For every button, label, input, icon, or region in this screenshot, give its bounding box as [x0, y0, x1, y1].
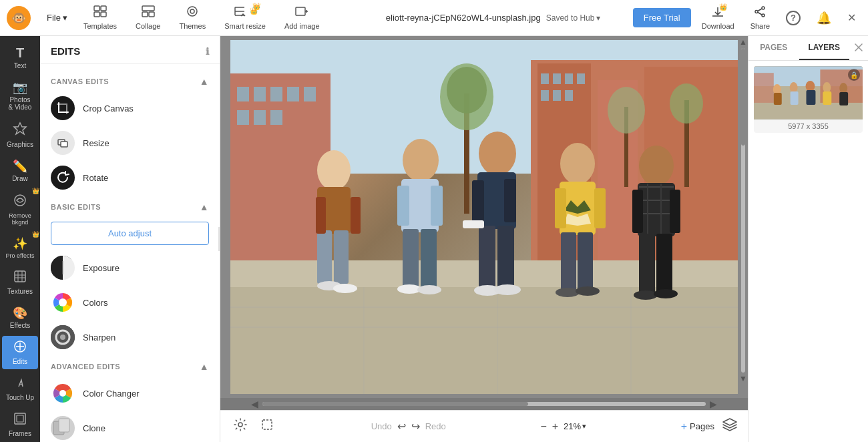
right-panel-close[interactable] — [849, 37, 868, 59]
help-icon: ? — [786, 11, 801, 25]
undo-icon-button[interactable]: ↩ — [397, 420, 406, 433]
share-button[interactable]: Share — [745, 3, 775, 33]
settings-button[interactable] — [231, 415, 250, 437]
notifications-button[interactable]: 🔔 — [811, 8, 837, 28]
thumbnail-dimensions: 5977 x 3355 — [754, 120, 863, 133]
vert-scroll-thumb[interactable] — [741, 48, 745, 146]
sidebar-item-remove-bkgnd[interactable]: 👑 Remove bkgnd — [2, 189, 38, 230]
free-trial-button[interactable]: Free Trial — [633, 8, 691, 27]
sidebar-item-edits[interactable]: Edits — [2, 336, 38, 369]
exposure-item[interactable]: Exposure — [40, 250, 220, 285]
svg-rect-34 — [63, 256, 75, 280]
sidebar-text-label: Text — [14, 62, 26, 69]
advanced-edits-header: ADVANCED EDITS ▲ — [40, 355, 220, 376]
photos-icon: 📷 — [13, 80, 27, 95]
sidebar-item-touch-up[interactable]: Touch Up — [2, 372, 38, 405]
colors-item[interactable]: Colors — [40, 285, 220, 320]
svg-point-58 — [447, 67, 487, 114]
sidebar-item-pro-effects[interactable]: ✨ 👑 Pro effects — [2, 232, 38, 263]
sidebar-item-frames[interactable]: Frames — [2, 408, 38, 441]
color-changer-item[interactable]: Color Changer — [40, 376, 220, 411]
sharpen-item[interactable]: Sharpen — [40, 320, 220, 355]
clone-icon — [51, 416, 75, 440]
file-menu[interactable]: File ▾ — [47, 13, 67, 23]
svg-rect-95 — [497, 226, 514, 289]
zoom-out-button[interactable]: − — [540, 421, 546, 433]
svg-rect-98 — [504, 179, 516, 222]
nav-tool-smart-resize[interactable]: 👑 Smart resize — [215, 3, 275, 33]
resize-label: Resize — [83, 138, 110, 148]
horiz-scroll-thumb[interactable] — [262, 402, 528, 406]
svg-point-123 — [494, 284, 521, 295]
undo-label: Undo — [371, 421, 392, 431]
resize-item[interactable]: Resize — [40, 126, 220, 160]
svg-rect-0 — [94, 6, 99, 11]
svg-rect-106 — [594, 188, 606, 228]
sidebar-item-draw[interactable]: ✏️ Draw — [2, 155, 38, 186]
svg-rect-4 — [142, 6, 154, 11]
svg-rect-115 — [656, 234, 672, 294]
rotate-item[interactable]: Rotate — [40, 160, 220, 195]
add-page-button[interactable]: + Pages — [681, 421, 714, 433]
tab-layers[interactable]: LAYERS — [799, 36, 850, 60]
layers-button[interactable] — [722, 418, 737, 435]
sidebar-item-photos[interactable]: 📷 Photos& Video — [2, 76, 38, 115]
svg-point-92 — [479, 132, 516, 176]
thumbnail-card[interactable]: 🔒 5977 x 3355 — [754, 66, 863, 133]
sidebar-item-textures[interactable]: Textures — [2, 266, 38, 299]
svg-point-119 — [333, 284, 357, 293]
tab-pages[interactable]: PAGES — [748, 36, 799, 60]
draw-icon: ✏️ — [13, 159, 27, 174]
svg-rect-70 — [237, 110, 249, 125]
close-button[interactable]: ✕ — [842, 9, 861, 27]
zoom-in-button[interactable]: + — [552, 421, 558, 433]
scroll-up-arrow[interactable]: ▲ — [739, 37, 747, 47]
crop-button[interactable] — [258, 415, 276, 437]
sidebar-item-effects[interactable]: 🎨 Effects — [2, 302, 38, 333]
svg-point-40 — [59, 390, 66, 397]
advanced-edits-toggle[interactable]: ▲ — [200, 361, 209, 372]
saved-badge[interactable]: Saved to Hub ▾ — [546, 13, 601, 23]
sidebar-effects-label: Effects — [10, 322, 30, 329]
scroll-right-arrow[interactable]: ▶ — [706, 399, 721, 409]
app-logo[interactable]: 🐵 — [7, 6, 31, 30]
add-page-plus: + — [681, 421, 687, 433]
canvas-wrapper[interactable]: ▲ ▼ — [220, 36, 748, 398]
panel-scroll: CANVAS EDITS ▲ Crop Canvas Resize Ro — [40, 64, 220, 442]
nav-tool-templates[interactable]: Templates — [74, 3, 126, 33]
zoom-value-display[interactable]: 21% ▾ — [564, 421, 586, 431]
undo-redo: Undo ↩ ↪ Redo — [371, 420, 446, 433]
svg-rect-91 — [431, 186, 443, 226]
canvas-vertical-scrollbar[interactable]: ▲ ▼ — [738, 36, 748, 385]
sidebar-item-graphics[interactable]: Graphics — [2, 118, 38, 152]
help-button[interactable]: ? — [781, 8, 806, 28]
canvas-edits-toggle[interactable]: ▲ — [200, 76, 209, 87]
clone-item[interactable]: Clone — [40, 411, 220, 442]
nav-tool-add-image[interactable]: Add image — [275, 3, 329, 33]
basic-edits-toggle[interactable]: ▲ — [200, 202, 209, 212]
horiz-scroll-track[interactable] — [262, 402, 706, 406]
basic-edits-label: BASIC EDITS — [51, 203, 101, 211]
graphics-icon — [13, 122, 27, 140]
text-icon: T — [16, 45, 24, 61]
svg-point-127 — [654, 289, 678, 298]
svg-rect-66 — [254, 87, 266, 101]
sidebar-item-text[interactable]: T Text — [2, 41, 38, 73]
redo-icon-button[interactable]: ↪ — [411, 420, 420, 433]
info-icon[interactable]: ℹ — [206, 46, 209, 57]
sidebar-touch-up-label: Touch Up — [6, 394, 34, 401]
svg-point-128 — [238, 423, 242, 427]
crop-canvas-item[interactable]: Crop Canvas — [40, 91, 220, 126]
nav-tool-themes[interactable]: Themes — [170, 3, 215, 33]
thumbnail-image: 🔒 — [754, 66, 863, 120]
nav-tool-collage[interactable]: Collage — [126, 3, 170, 33]
vert-scroll-track[interactable] — [741, 48, 745, 373]
scroll-left-arrow[interactable]: ◀ — [247, 399, 262, 409]
thumbnail-lock-icon: 🔒 — [848, 69, 860, 81]
edits-icon — [13, 340, 27, 357]
auto-adjust-button[interactable]: Auto adjust — [51, 222, 209, 245]
svg-rect-55 — [565, 90, 573, 101]
scroll-down-arrow[interactable]: ▼ — [739, 374, 747, 383]
download-button[interactable]: 👑 Download — [696, 3, 740, 33]
svg-rect-42 — [59, 419, 69, 432]
